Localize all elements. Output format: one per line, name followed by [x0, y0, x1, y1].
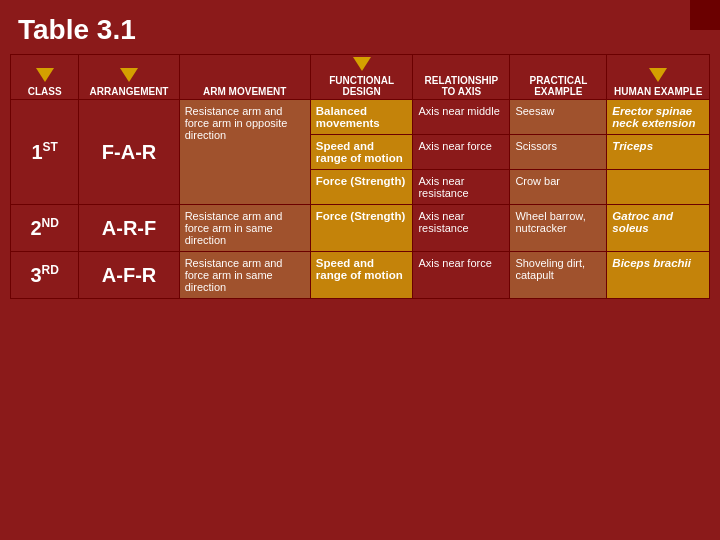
practical-cell: Seesaw: [510, 100, 607, 135]
col-header-arrangement: ARRANGEMENT: [79, 55, 179, 100]
functional-cell: Force (Strength): [310, 205, 413, 252]
col-header-functional: FUNCTIONAL DESIGN: [310, 55, 413, 100]
table-container: CLASS ARRANGEMENT ARM MOVEMENT FUNCTIONA…: [10, 54, 710, 299]
arrangement-cell: A-F-R: [79, 252, 179, 299]
header-row: CLASS ARRANGEMENT ARM MOVEMENT FUNCTIONA…: [11, 55, 710, 100]
page-title: Table 3.1: [0, 0, 720, 54]
human-example-cell: Gatroc and soleus: [607, 205, 710, 252]
arrangement-cell: F-A-R: [79, 100, 179, 205]
relationship-cell: Axis near resistance: [413, 170, 510, 205]
col-header-class: CLASS: [11, 55, 79, 100]
relationship-cell: Axis near middle: [413, 100, 510, 135]
class-cell: 2ND: [11, 205, 79, 252]
practical-cell: Crow bar: [510, 170, 607, 205]
human-example-cell: Erector spinae neck extension: [607, 100, 710, 135]
table-body: 1STF-A-RResistance arm and force arm in …: [11, 100, 710, 299]
practical-cell: Wheel barrow, nutcracker: [510, 205, 607, 252]
col-header-relationship: RELATIONSHIP TO AXIS: [413, 55, 510, 100]
top-right-decoration: [690, 0, 720, 30]
human-example-cell: Triceps: [607, 135, 710, 170]
col-header-human: HUMAN EXAMPLE: [607, 55, 710, 100]
main-table: CLASS ARRANGEMENT ARM MOVEMENT FUNCTIONA…: [10, 54, 710, 299]
arm-movement-cell: Resistance arm and force arm in same dir…: [179, 252, 310, 299]
practical-cell: Shoveling dirt, catapult: [510, 252, 607, 299]
functional-cell: Speed and range of motion: [310, 252, 413, 299]
human-example-cell: Biceps brachii: [607, 252, 710, 299]
table-row: 1STF-A-RResistance arm and force arm in …: [11, 100, 710, 135]
relationship-cell: Axis near resistance: [413, 205, 510, 252]
col-header-arm-movement: ARM MOVEMENT: [179, 55, 310, 100]
table-row: 3RDA-F-RResistance arm and force arm in …: [11, 252, 710, 299]
arrangement-cell: A-R-F: [79, 205, 179, 252]
functional-cell: Speed and range of motion: [310, 135, 413, 170]
arm-movement-cell: Resistance arm and force arm in same dir…: [179, 205, 310, 252]
class-cell: 1ST: [11, 100, 79, 205]
class-cell: 3RD: [11, 252, 79, 299]
relationship-cell: Axis near force: [413, 252, 510, 299]
relationship-cell: Axis near force: [413, 135, 510, 170]
practical-cell: Scissors: [510, 135, 607, 170]
human-example-cell: [607, 170, 710, 205]
col-header-practical: PRACTICAL EXAMPLE: [510, 55, 607, 100]
table-row: 2NDA-R-FResistance arm and force arm in …: [11, 205, 710, 252]
functional-cell: Balanced movements: [310, 100, 413, 135]
functional-cell: Force (Strength): [310, 170, 413, 205]
page-wrapper: Table 3.1 CLASS ARRANGEMENT ARM MOVEMENT: [0, 0, 720, 540]
arm-movement-cell: Resistance arm and force arm in opposite…: [179, 100, 310, 205]
